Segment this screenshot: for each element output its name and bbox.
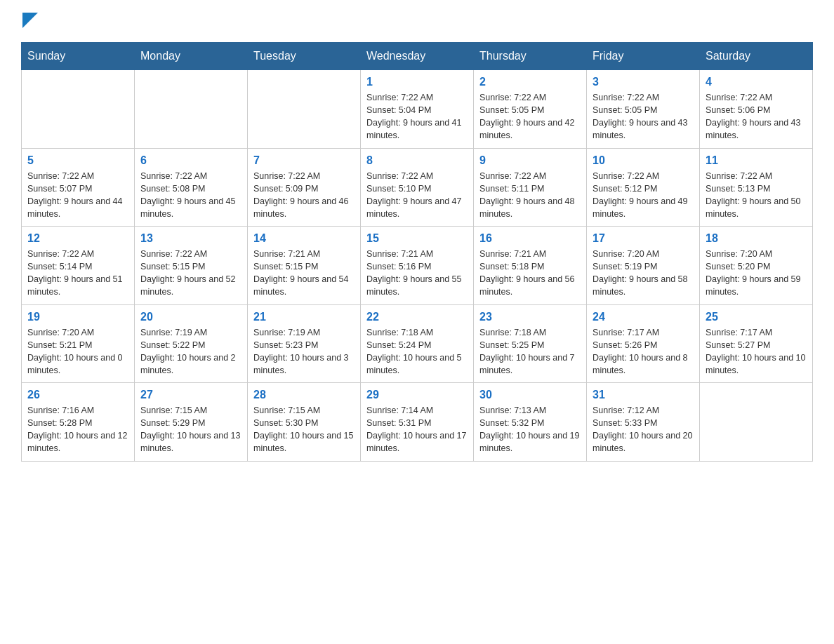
day-info: Sunrise: 7:17 AMSunset: 5:27 PMDaylight:… — [706, 326, 807, 377]
day-number: 18 — [706, 232, 807, 245]
calendar-cell — [248, 70, 361, 149]
calendar-cell: 20Sunrise: 7:19 AMSunset: 5:22 PMDayligh… — [135, 304, 248, 383]
day-number: 12 — [27, 232, 128, 245]
calendar-cell: 24Sunrise: 7:17 AMSunset: 5:26 PMDayligh… — [587, 304, 700, 383]
day-info: Sunrise: 7:21 AMSunset: 5:16 PMDaylight:… — [366, 248, 468, 299]
day-info: Sunrise: 7:22 AMSunset: 5:12 PMDaylight:… — [593, 170, 694, 221]
day-number: 24 — [593, 311, 694, 323]
calendar-cell: 16Sunrise: 7:21 AMSunset: 5:18 PMDayligh… — [474, 227, 587, 305]
week-row-1: 1Sunrise: 7:22 AMSunset: 5:04 PMDaylight… — [22, 70, 813, 149]
calendar-cell: 2Sunrise: 7:22 AMSunset: 5:05 PMDaylight… — [474, 70, 587, 149]
svg-marker-0 — [22, 13, 38, 28]
col-sunday: Sunday — [22, 43, 135, 70]
day-info: Sunrise: 7:18 AMSunset: 5:24 PMDaylight:… — [366, 326, 468, 377]
logo — [21, 14, 38, 28]
day-number: 1 — [366, 76, 468, 88]
day-number: 29 — [366, 389, 468, 401]
calendar-cell: 23Sunrise: 7:18 AMSunset: 5:25 PMDayligh… — [474, 304, 587, 383]
calendar-cell: 14Sunrise: 7:21 AMSunset: 5:15 PMDayligh… — [248, 227, 361, 305]
calendar-cell: 22Sunrise: 7:18 AMSunset: 5:24 PMDayligh… — [361, 304, 474, 383]
day-info: Sunrise: 7:22 AMSunset: 5:15 PMDaylight:… — [140, 248, 241, 299]
day-info: Sunrise: 7:22 AMSunset: 5:06 PMDaylight:… — [706, 91, 807, 142]
calendar-cell: 8Sunrise: 7:22 AMSunset: 5:10 PMDaylight… — [361, 148, 474, 227]
col-thursday: Thursday — [474, 43, 587, 70]
day-number: 26 — [27, 389, 128, 401]
calendar-cell: 7Sunrise: 7:22 AMSunset: 5:09 PMDaylight… — [248, 148, 361, 227]
col-wednesday: Wednesday — [361, 43, 474, 70]
day-info: Sunrise: 7:12 AMSunset: 5:33 PMDaylight:… — [593, 404, 694, 455]
day-number: 22 — [366, 311, 468, 323]
day-info: Sunrise: 7:22 AMSunset: 5:07 PMDaylight:… — [27, 170, 128, 221]
calendar-body: 1Sunrise: 7:22 AMSunset: 5:04 PMDaylight… — [22, 70, 813, 462]
calendar-cell: 13Sunrise: 7:22 AMSunset: 5:15 PMDayligh… — [135, 227, 248, 305]
calendar-cell: 17Sunrise: 7:20 AMSunset: 5:19 PMDayligh… — [587, 227, 700, 305]
day-info: Sunrise: 7:14 AMSunset: 5:31 PMDaylight:… — [366, 404, 468, 455]
calendar-cell — [22, 70, 135, 149]
day-info: Sunrise: 7:16 AMSunset: 5:28 PMDaylight:… — [27, 404, 128, 455]
calendar-cell: 5Sunrise: 7:22 AMSunset: 5:07 PMDaylight… — [22, 148, 135, 227]
day-number: 31 — [593, 389, 694, 401]
day-info: Sunrise: 7:22 AMSunset: 5:05 PMDaylight:… — [479, 91, 581, 142]
calendar-cell: 30Sunrise: 7:13 AMSunset: 5:32 PMDayligh… — [474, 383, 587, 462]
calendar-table: Sunday Monday Tuesday Wednesday Thursday… — [21, 42, 813, 462]
col-friday: Friday — [587, 43, 700, 70]
logo-triangle-icon — [22, 13, 38, 28]
header-area — [21, 14, 813, 28]
day-number: 17 — [593, 232, 694, 245]
day-info: Sunrise: 7:21 AMSunset: 5:15 PMDaylight:… — [253, 248, 355, 299]
day-number: 5 — [27, 154, 128, 167]
col-tuesday: Tuesday — [248, 43, 361, 70]
col-saturday: Saturday — [700, 43, 813, 70]
calendar-cell — [700, 383, 813, 462]
day-number: 7 — [253, 154, 355, 167]
header-row: Sunday Monday Tuesday Wednesday Thursday… — [22, 43, 813, 70]
calendar-cell: 1Sunrise: 7:22 AMSunset: 5:04 PMDaylight… — [361, 70, 474, 149]
calendar-cell: 6Sunrise: 7:22 AMSunset: 5:08 PMDaylight… — [135, 148, 248, 227]
day-number: 28 — [253, 389, 355, 401]
week-row-4: 19Sunrise: 7:20 AMSunset: 5:21 PMDayligh… — [22, 304, 813, 383]
day-info: Sunrise: 7:22 AMSunset: 5:10 PMDaylight:… — [366, 170, 468, 221]
calendar-cell: 10Sunrise: 7:22 AMSunset: 5:12 PMDayligh… — [587, 148, 700, 227]
calendar-header: Sunday Monday Tuesday Wednesday Thursday… — [22, 43, 813, 70]
day-number: 21 — [253, 311, 355, 323]
day-number: 14 — [253, 232, 355, 245]
day-info: Sunrise: 7:20 AMSunset: 5:19 PMDaylight:… — [593, 248, 694, 299]
day-info: Sunrise: 7:20 AMSunset: 5:21 PMDaylight:… — [27, 326, 128, 377]
day-number: 16 — [479, 232, 581, 245]
day-number: 27 — [140, 389, 241, 401]
day-info: Sunrise: 7:15 AMSunset: 5:29 PMDaylight:… — [140, 404, 241, 455]
day-number: 13 — [140, 232, 241, 245]
day-info: Sunrise: 7:19 AMSunset: 5:22 PMDaylight:… — [140, 326, 241, 377]
calendar-cell: 31Sunrise: 7:12 AMSunset: 5:33 PMDayligh… — [587, 383, 700, 462]
day-info: Sunrise: 7:20 AMSunset: 5:20 PMDaylight:… — [706, 248, 807, 299]
day-info: Sunrise: 7:18 AMSunset: 5:25 PMDaylight:… — [479, 326, 581, 377]
day-number: 15 — [366, 232, 468, 245]
calendar-cell: 15Sunrise: 7:21 AMSunset: 5:16 PMDayligh… — [361, 227, 474, 305]
col-monday: Monday — [135, 43, 248, 70]
calendar-cell: 19Sunrise: 7:20 AMSunset: 5:21 PMDayligh… — [22, 304, 135, 383]
day-info: Sunrise: 7:13 AMSunset: 5:32 PMDaylight:… — [479, 404, 581, 455]
calendar-cell: 25Sunrise: 7:17 AMSunset: 5:27 PMDayligh… — [700, 304, 813, 383]
week-row-2: 5Sunrise: 7:22 AMSunset: 5:07 PMDaylight… — [22, 148, 813, 227]
day-number: 3 — [593, 76, 694, 88]
week-row-3: 12Sunrise: 7:22 AMSunset: 5:14 PMDayligh… — [22, 227, 813, 305]
day-number: 19 — [27, 311, 128, 323]
calendar-cell: 3Sunrise: 7:22 AMSunset: 5:05 PMDaylight… — [587, 70, 700, 149]
calendar-cell: 18Sunrise: 7:20 AMSunset: 5:20 PMDayligh… — [700, 227, 813, 305]
calendar-cell: 28Sunrise: 7:15 AMSunset: 5:30 PMDayligh… — [248, 383, 361, 462]
week-row-5: 26Sunrise: 7:16 AMSunset: 5:28 PMDayligh… — [22, 383, 813, 462]
day-number: 25 — [706, 311, 807, 323]
day-info: Sunrise: 7:15 AMSunset: 5:30 PMDaylight:… — [253, 404, 355, 455]
day-number: 30 — [479, 389, 581, 401]
day-number: 23 — [479, 311, 581, 323]
day-info: Sunrise: 7:17 AMSunset: 5:26 PMDaylight:… — [593, 326, 694, 377]
calendar-cell: 4Sunrise: 7:22 AMSunset: 5:06 PMDaylight… — [700, 70, 813, 149]
calendar-cell: 9Sunrise: 7:22 AMSunset: 5:11 PMDaylight… — [474, 148, 587, 227]
day-info: Sunrise: 7:22 AMSunset: 5:13 PMDaylight:… — [706, 170, 807, 221]
calendar-cell: 21Sunrise: 7:19 AMSunset: 5:23 PMDayligh… — [248, 304, 361, 383]
day-number: 10 — [593, 154, 694, 167]
day-info: Sunrise: 7:22 AMSunset: 5:04 PMDaylight:… — [366, 91, 468, 142]
day-number: 4 — [706, 76, 807, 88]
calendar-cell: 12Sunrise: 7:22 AMSunset: 5:14 PMDayligh… — [22, 227, 135, 305]
calendar-cell — [135, 70, 248, 149]
